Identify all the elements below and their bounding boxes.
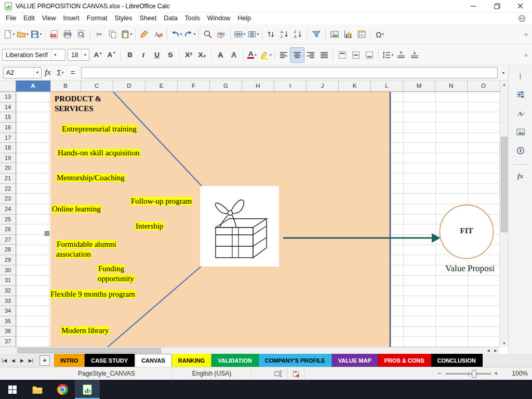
menu-tools[interactable]: Tools [181, 12, 204, 24]
superscript-button[interactable]: X² [182, 48, 195, 62]
sheet-tab-validation[interactable]: VALIDATION [211, 354, 259, 367]
text-shadow-button[interactable]: A [214, 48, 227, 62]
font-color-button[interactable]: A▾ [245, 48, 259, 62]
clone-formatting-button[interactable] [138, 27, 151, 42]
canvas-item-mentorship[interactable]: Mentorship/Coaching [56, 173, 125, 183]
column-header[interactable]: I [274, 81, 307, 92]
sort-ascending-button[interactable]: AZ [278, 27, 291, 42]
sidebar-gallery-button[interactable] [512, 125, 529, 139]
previous-sheet-button[interactable]: ◀ [9, 358, 18, 363]
sidebar-properties-button[interactable] [512, 87, 529, 102]
menu-styles[interactable]: Styles [111, 12, 136, 24]
column-header[interactable]: D [113, 81, 145, 92]
value-proposition-label[interactable]: Value Proposi [445, 263, 495, 274]
italic-button[interactable]: I [137, 48, 150, 62]
row-header[interactable]: 26 [0, 224, 16, 235]
row-header[interactable]: 25 [0, 215, 16, 225]
align-center-button[interactable] [290, 48, 304, 62]
column-header[interactable]: N [435, 81, 468, 92]
column-header[interactable]: L [371, 81, 403, 92]
underline-button[interactable]: U [150, 48, 164, 62]
taskbar-libreoffice-calc[interactable] [75, 380, 100, 399]
insert-row-button[interactable]: ▾ [233, 27, 246, 42]
undo-button[interactable]: ▾ [169, 27, 183, 42]
vertical-scrollbar-thumb[interactable] [501, 137, 508, 232]
row-header[interactable]: 24 [0, 204, 16, 215]
align-middle-button[interactable] [349, 48, 363, 62]
canvas-item-hands-on-skill[interactable]: Hands-on skill acquisition [57, 148, 140, 158]
paste-button[interactable]: ▾ [119, 27, 133, 42]
insert-image-button[interactable] [328, 27, 341, 42]
print-button[interactable] [61, 27, 74, 42]
cell-reference-input[interactable] [4, 69, 31, 76]
row-header[interactable]: 21 [0, 174, 16, 184]
column-header[interactable]: K [339, 81, 371, 92]
gift-image[interactable] [200, 186, 279, 267]
bold-button[interactable]: B [123, 48, 137, 62]
insert-chart-button[interactable] [341, 27, 355, 42]
canvas-item-alumni-association[interactable]: Formidable alumni association [56, 240, 119, 259]
find-replace-button[interactable] [201, 27, 215, 42]
strikethrough-button[interactable]: S [164, 48, 177, 62]
update-globe-icon[interactable] [518, 15, 526, 22]
sheet-tab-canvas-active[interactable]: CANVAS [135, 354, 172, 367]
menu-file[interactable]: File [2, 12, 20, 24]
row-header[interactable]: 28 [0, 245, 16, 255]
sidebar-styles-button[interactable]: A [512, 106, 529, 121]
open-button[interactable]: ▾ [16, 27, 29, 42]
column-header[interactable]: O [468, 81, 499, 92]
sheet-tab-conclusion[interactable]: CONCLUSION [431, 354, 483, 367]
align-right-button[interactable] [304, 48, 317, 62]
taskbar-chrome[interactable] [50, 380, 75, 399]
canvas-item-entrepreneurial-training[interactable]: Entrepreneurial training [61, 124, 137, 134]
zoom-in-button[interactable]: + [494, 369, 498, 377]
menu-sheet[interactable]: Sheet [136, 12, 160, 24]
scroll-up-icon[interactable]: ▲ [500, 81, 509, 88]
decrease-paragraph-spacing-button[interactable] [408, 48, 421, 62]
row-header[interactable]: 16 [0, 123, 16, 133]
canvas-item-funding-opportunity[interactable]: Funding opportunity [98, 264, 141, 283]
row-header[interactable]: 19 [0, 153, 16, 164]
font-size-dropdown-icon[interactable]: ▼ [81, 49, 89, 60]
select-sum-button[interactable]: Σ▾ [54, 66, 66, 79]
row-header[interactable]: 34 [0, 306, 16, 316]
sidebar-functions-button[interactable]: fx [512, 169, 529, 183]
row-header[interactable]: 13 [0, 92, 16, 102]
row-header[interactable]: 27 [0, 235, 16, 245]
align-left-button[interactable] [277, 48, 290, 62]
menu-help[interactable]: Help [234, 12, 255, 24]
canvas-diagonal-line-top[interactable] [113, 92, 202, 187]
zoom-out-button[interactable]: − [437, 369, 442, 377]
row-header[interactable]: 20 [0, 163, 16, 174]
toolbar-overflow-button[interactable]: » [524, 51, 528, 59]
vertical-scrollbar[interactable]: ▲ ▼ [499, 81, 508, 347]
column-header[interactable]: C [81, 81, 113, 92]
taskbar-file-explorer[interactable] [25, 380, 50, 399]
selection-mode-icon[interactable] [274, 370, 282, 379]
zoom-level-value[interactable]: 100% [505, 370, 528, 377]
row-header[interactable]: 15 [0, 112, 16, 123]
save-button[interactable]: ▾ [29, 27, 43, 42]
menu-view[interactable]: View [38, 12, 60, 24]
close-button[interactable] [509, 0, 532, 12]
scroll-left-icon[interactable]: ◀ [485, 348, 492, 354]
canvas-item-follow-up[interactable]: Follow-up program [130, 196, 192, 206]
export-pdf-button[interactable]: PDF [47, 27, 61, 42]
sidebar-settings-button[interactable]: ⋮ [512, 69, 529, 83]
autofilter-button[interactable] [310, 27, 323, 42]
column-header[interactable]: M [403, 81, 435, 92]
increase-font-size-button[interactable]: A▲ [91, 48, 105, 62]
justify-button[interactable] [317, 48, 331, 62]
sort-button[interactable] [264, 27, 278, 42]
special-character-button[interactable]: Ω▾ [373, 27, 387, 42]
insert-pivot-table-button[interactable] [355, 27, 368, 42]
next-sheet-button[interactable]: ▶ [18, 358, 26, 363]
fit-label[interactable]: FIT [440, 227, 494, 235]
font-name-dropdown-icon[interactable]: ▼ [51, 49, 59, 60]
new-document-button[interactable]: ▾ [2, 27, 16, 42]
print-preview-button[interactable] [74, 27, 88, 42]
row-header[interactable]: 36 [0, 326, 16, 337]
row-header[interactable]: 31 [0, 275, 16, 286]
column-header[interactable]: J [307, 81, 339, 92]
last-sheet-button[interactable]: ▶| [26, 358, 35, 363]
